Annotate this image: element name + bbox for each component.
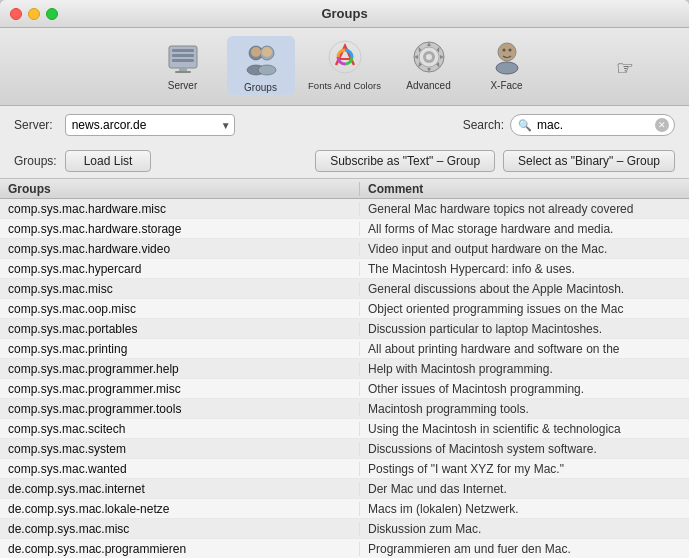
table-row[interactable]: comp.sys.mac.miscGeneral discussions abo… bbox=[0, 279, 689, 299]
group-comment: Help with Macintosh programming. bbox=[360, 362, 689, 376]
group-name: de.comp.sys.mac.lokale-netze bbox=[0, 502, 360, 516]
group-comment: Discussion particular to laptop Macintos… bbox=[360, 322, 689, 336]
table-row[interactable]: comp.sys.mac.portablesDiscussion particu… bbox=[0, 319, 689, 339]
group-name: comp.sys.mac.printing bbox=[0, 342, 360, 356]
toolbar-item-xface[interactable]: X-Face bbox=[473, 36, 541, 95]
server-input-wrap: ▼ bbox=[65, 114, 235, 136]
group-comment: All about printing hardware and software… bbox=[360, 342, 689, 356]
table-row[interactable]: de.comp.sys.mac.miscDiskussion zum Mac. bbox=[0, 519, 689, 539]
load-list-button[interactable]: Load List bbox=[65, 150, 152, 172]
toolbar-xface-label: X-Face bbox=[490, 80, 522, 91]
svg-point-10 bbox=[251, 47, 261, 57]
table-row[interactable]: comp.sys.mac.programmer.toolsMacintosh p… bbox=[0, 399, 689, 419]
search-clear-button[interactable]: ✕ bbox=[655, 118, 669, 132]
search-wrap: Search: 🔍 ✕ bbox=[463, 114, 675, 136]
table-row[interactable]: comp.sys.mac.oop.miscObject oriented pro… bbox=[0, 299, 689, 319]
group-comment: Discussions of Macintosh system software… bbox=[360, 442, 689, 456]
svg-point-18 bbox=[498, 43, 516, 61]
table-row[interactable]: comp.sys.mac.programmer.helpHelp with Ma… bbox=[0, 359, 689, 379]
search-label: Search: bbox=[463, 118, 504, 132]
group-comment: Diskussion zum Mac. bbox=[360, 522, 689, 536]
controls-row1: Server: ▼ Search: 🔍 ✕ bbox=[14, 114, 675, 136]
toolbar-server-label: Server bbox=[168, 80, 197, 91]
titlebar: Groups bbox=[0, 0, 689, 28]
group-comment: Macs im (lokalen) Netzwerk. bbox=[360, 502, 689, 516]
traffic-lights bbox=[10, 8, 58, 20]
table-row[interactable]: comp.sys.mac.hardware.videoVideo input a… bbox=[0, 239, 689, 259]
col-groups-header: Groups bbox=[0, 182, 360, 196]
group-comment: General Mac hardware topics not already … bbox=[360, 202, 689, 216]
group-comment: Object oriented programming issues on th… bbox=[360, 302, 689, 316]
server-label: Server: bbox=[14, 118, 53, 132]
table-row[interactable]: de.comp.sys.mac.programmierenProgrammier… bbox=[0, 539, 689, 558]
controls-row2: Groups: Load List Subscribe as "Text" – … bbox=[14, 150, 675, 172]
table-row[interactable]: comp.sys.mac.hardware.miscGeneral Mac ha… bbox=[0, 199, 689, 219]
group-name: comp.sys.mac.hardware.storage bbox=[0, 222, 360, 236]
svg-rect-5 bbox=[175, 71, 191, 73]
table-row[interactable]: comp.sys.mac.hardware.storageAll forms o… bbox=[0, 219, 689, 239]
table-row[interactable]: comp.sys.mac.hypercardThe Macintosh Hype… bbox=[0, 259, 689, 279]
toolbar-item-advanced[interactable]: Advanced bbox=[395, 36, 463, 95]
svg-point-11 bbox=[262, 47, 272, 57]
window: Groups Server bbox=[0, 0, 689, 558]
table-row[interactable]: comp.sys.mac.scitechUsing the Macintosh … bbox=[0, 419, 689, 439]
groups-label: Groups: bbox=[14, 154, 57, 168]
search-input[interactable] bbox=[510, 114, 675, 136]
toolbar-item-server[interactable]: Server bbox=[149, 36, 217, 95]
fonts-icon bbox=[324, 36, 366, 78]
table-row[interactable]: comp.sys.mac.systemDiscussions of Macint… bbox=[0, 439, 689, 459]
subscribe-group-button[interactable]: Subscribe as "Text" – Group bbox=[315, 150, 495, 172]
group-comment: All forms of Mac storage hardware and me… bbox=[360, 222, 689, 236]
toolbar-item-groups[interactable]: Groups bbox=[227, 36, 295, 95]
group-name: de.comp.sys.mac.internet bbox=[0, 482, 360, 496]
toolbar-item-fonts[interactable]: Fonts And Colors bbox=[305, 36, 385, 95]
dropdown-arrow-icon[interactable]: ▼ bbox=[221, 120, 231, 131]
group-comment: Programmieren am und fuer den Mac. bbox=[360, 542, 689, 556]
group-name: comp.sys.mac.system bbox=[0, 442, 360, 456]
svg-point-17 bbox=[426, 54, 432, 60]
table-row[interactable]: comp.sys.mac.printingAll about printing … bbox=[0, 339, 689, 359]
svg-point-9 bbox=[258, 65, 276, 75]
group-name: comp.sys.mac.programmer.tools bbox=[0, 402, 360, 416]
group-name: comp.sys.mac.scitech bbox=[0, 422, 360, 436]
group-name: comp.sys.mac.wanted bbox=[0, 462, 360, 476]
toolbar: Server Groups bbox=[0, 28, 689, 106]
table-row[interactable]: de.comp.sys.mac.lokale-netzeMacs im (lok… bbox=[0, 499, 689, 519]
toolbar-fonts-label: Fonts And Colors bbox=[308, 80, 381, 91]
select-group-button[interactable]: Select as "Binary" – Group bbox=[503, 150, 675, 172]
xface-icon bbox=[486, 36, 528, 78]
zoom-button[interactable] bbox=[46, 8, 58, 20]
close-button[interactable] bbox=[10, 8, 22, 20]
advanced-icon bbox=[408, 36, 450, 78]
group-comment: Postings of "I want XYZ for my Mac." bbox=[360, 462, 689, 476]
group-comment: Macintosh programming tools. bbox=[360, 402, 689, 416]
group-comment: The Macintosh Hypercard: info & uses. bbox=[360, 262, 689, 276]
server-icon bbox=[162, 36, 204, 78]
group-comment: Other issues of Macintosh programming. bbox=[360, 382, 689, 396]
groups-icon bbox=[240, 38, 282, 80]
table-header: Groups Comment bbox=[0, 179, 689, 199]
table-row[interactable]: comp.sys.mac.programmer.miscOther issues… bbox=[0, 379, 689, 399]
table-row[interactable]: de.comp.sys.mac.internetDer Mac und das … bbox=[0, 479, 689, 499]
groups-table-container: Groups Comment comp.sys.mac.hardware.mis… bbox=[0, 178, 689, 558]
svg-point-21 bbox=[496, 62, 518, 74]
group-name: comp.sys.mac.misc bbox=[0, 282, 360, 296]
group-name: comp.sys.mac.hardware.video bbox=[0, 242, 360, 256]
group-comment: Using the Macintosh in scientific & tech… bbox=[360, 422, 689, 436]
window-title: Groups bbox=[321, 6, 367, 21]
table-row[interactable]: comp.sys.mac.wantedPostings of "I want X… bbox=[0, 459, 689, 479]
server-input[interactable] bbox=[65, 114, 235, 136]
search-input-wrap: 🔍 ✕ bbox=[510, 114, 675, 136]
svg-point-19 bbox=[502, 49, 505, 52]
group-name: comp.sys.mac.oop.misc bbox=[0, 302, 360, 316]
search-glass-icon: 🔍 bbox=[518, 119, 532, 132]
group-comment: General discussions about the Apple Maci… bbox=[360, 282, 689, 296]
svg-point-20 bbox=[508, 49, 511, 52]
minimize-button[interactable] bbox=[28, 8, 40, 20]
table-body: comp.sys.mac.hardware.miscGeneral Mac ha… bbox=[0, 199, 689, 558]
group-name: de.comp.sys.mac.misc bbox=[0, 522, 360, 536]
group-name: comp.sys.mac.portables bbox=[0, 322, 360, 336]
svg-rect-2 bbox=[172, 54, 194, 57]
group-name: comp.sys.mac.programmer.help bbox=[0, 362, 360, 376]
toolbar-advanced-label: Advanced bbox=[406, 80, 450, 91]
